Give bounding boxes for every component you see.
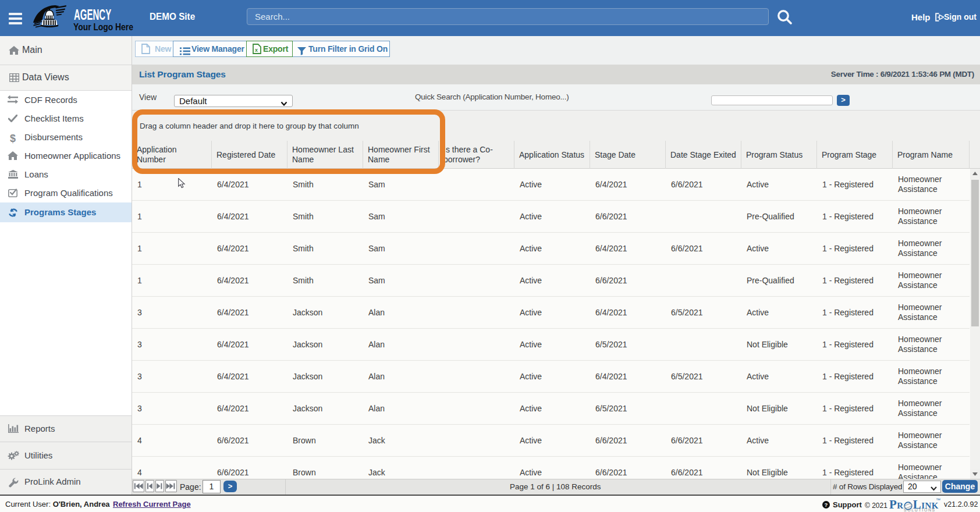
svg-text:x: x <box>255 47 258 53</box>
svg-text:?: ? <box>825 502 828 508</box>
